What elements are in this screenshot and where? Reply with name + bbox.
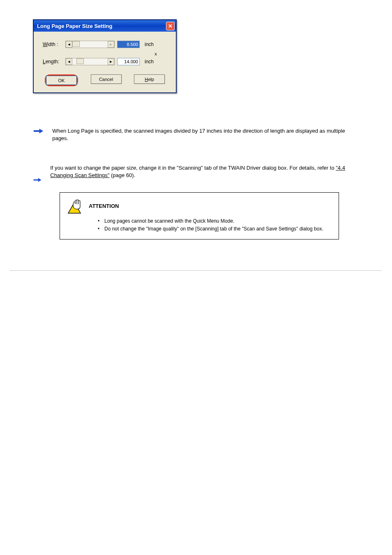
long-page-dialog: Long Page Paper Size Setting ✕ Width : ◄… [33,19,177,93]
help-button[interactable]: Help [134,74,165,84]
length-row: Length: ◄ ► inch [43,58,167,65]
titlebar: Long Page Paper Size Setting ✕ [34,20,176,32]
attention-box: ATTENTION Long pages cannot be scanned w… [60,192,339,240]
length-input[interactable] [117,58,140,65]
length-right-arrow[interactable]: ► [108,58,114,65]
arrow-icon [33,177,42,183]
attention-header: ATTENTION [65,198,334,214]
section-divider [10,270,382,271]
arrow-icon [33,128,44,134]
button-row: OK Cancel Help [43,74,167,86]
width-track[interactable] [72,41,108,48]
ok-button[interactable]: OK [46,76,77,85]
cancel-button[interactable]: Cancel [91,74,122,84]
bullet-1: When Long Page is specified, the scanned… [33,127,353,142]
width-unit: inch [145,41,154,47]
bullet-1-text: When Long Page is specified, the scanned… [52,127,353,142]
dialog-body: Width : ◄ ► inch x Length: ◄ ► [34,32,176,92]
width-label: Width : [43,41,65,47]
attention-title: ATTENTION [89,203,119,209]
x-separator: x [145,51,167,56]
width-thumb[interactable] [72,41,80,47]
ok-highlight: OK [45,74,78,86]
width-input[interactable] [117,41,140,48]
width-row: Width : ◄ ► inch [43,41,167,48]
width-right-arrow[interactable]: ► [108,41,114,48]
length-unit: inch [145,59,154,64]
list-item: Long pages cannot be scanned with the Qu… [98,217,334,225]
hand-icon [65,198,85,214]
bullet-2: If you want to change the paper size, ch… [33,164,353,183]
length-scrollbar[interactable]: ◄ ► [65,58,115,65]
width-scrollbar[interactable]: ◄ ► [65,41,115,48]
dialog-title: Long Page Paper Size Setting [37,23,112,29]
width-left-arrow[interactable]: ◄ [66,41,72,48]
length-thumb[interactable] [76,58,84,64]
bullet-2-text: If you want to change the paper size, ch… [50,164,353,179]
length-left-arrow[interactable]: ◄ [66,58,72,65]
close-button[interactable]: ✕ [166,22,175,30]
length-track[interactable] [72,58,108,65]
close-icon: ✕ [168,23,173,29]
length-label: Length: [43,59,65,64]
list-item: Do not change the "Image quality" on the… [98,225,334,233]
attention-list: Long pages cannot be scanned with the Qu… [98,217,334,233]
